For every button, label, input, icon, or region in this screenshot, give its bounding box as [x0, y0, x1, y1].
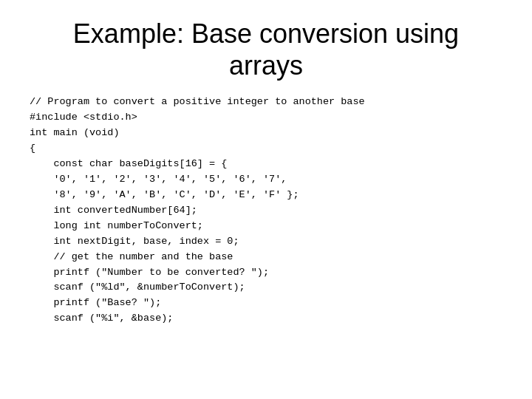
slide-container: Example: Base conversion using arrays //…	[0, 0, 532, 399]
code-block: // Program to convert a positive integer…	[30, 95, 502, 327]
slide-title: Example: Base conversion using arrays	[73, 18, 459, 81]
